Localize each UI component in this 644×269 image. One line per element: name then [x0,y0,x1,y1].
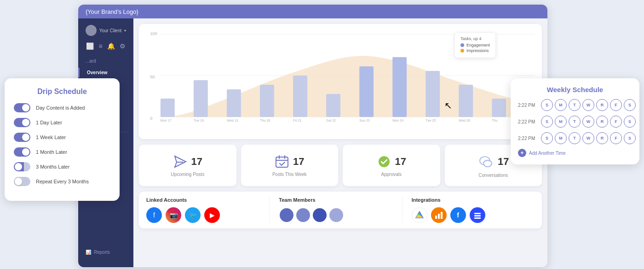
svg-text:0: 0 [150,116,152,121]
day-thu-2[interactable]: R [596,132,608,144]
stat-posts-week: 17 Posts This Week [241,145,339,186]
schedule-row-1: 2:22 PM S M T W R F S [518,116,632,128]
day-tue-0[interactable]: T [569,99,581,111]
day-mon-2[interactable]: M [555,132,567,144]
schedule-time-1: 2:22 PM [518,119,538,124]
svg-point-40 [301,211,307,217]
add-time-icon: + [518,149,526,157]
svg-text:Tue 19: Tue 19 [194,119,204,122]
calendar-icon [275,154,289,169]
main-dashboard: {Your Brand's Logo} Your Client ▾ ⬜ ≡ 🔔 … [78,5,547,267]
chat-icon [477,153,494,170]
svg-rect-10 [293,76,307,117]
team-members-title: Team Members [279,197,392,203]
weekly-schedule-title: Weekly Schedule [518,86,632,94]
twitter-icon[interactable]: 🐦 [185,207,201,223]
svg-rect-50 [435,216,437,219]
stat-icon-num-3: 17 [377,154,406,169]
team-member-3[interactable] [312,207,328,223]
day-sun-2[interactable]: S [541,132,553,144]
weekly-schedule-card: Weekly Schedule 2:22 PM S M T W R F S 2:… [511,78,639,164]
linked-accounts-icons: f 📷 🐦 ▶ [146,207,260,223]
svg-text:Wed 26: Wed 26 [459,119,470,122]
day-pills-0: S M T W R F S [541,99,636,111]
drip-item-1: 1 Day Later [14,118,110,127]
tooltip-engagement: Engagement [460,43,490,47]
conversations-number: 17 [498,156,509,168]
day-mon-1[interactable]: M [555,116,567,128]
posts-week-label: Posts This Week [272,172,307,177]
day-fri-0[interactable]: F [610,99,622,111]
client-avatar [86,25,97,36]
drip-toggle-0[interactable] [14,103,30,112]
buffer-icon[interactable] [470,207,485,223]
drip-schedule-title: Drip Schedule [14,88,110,96]
drip-toggle-4[interactable] [14,162,30,171]
upcoming-posts-label: Upcoming Posts [171,172,204,177]
day-wed-1[interactable]: W [582,116,594,128]
day-tue-1[interactable]: T [569,116,581,128]
svg-rect-12 [359,66,374,117]
svg-rect-55 [474,217,481,219]
facebook-integration-icon[interactable]: f [450,207,466,223]
drip-label-5: Repeat Every 3 Months [36,179,89,184]
instagram-icon[interactable]: 📷 [166,207,181,223]
stat-approvals: 17 Approvals [343,145,440,186]
team-member-1[interactable] [279,207,294,223]
drip-label-3: 1 Month Later [36,149,67,155]
list-icon[interactable]: ≡ [98,42,102,50]
stat-upcoming-posts: 17 Upcoming Posts [139,145,236,186]
monitor-icon[interactable]: ⬜ [86,42,94,50]
drip-label-4: 3 Months Later [36,164,69,170]
team-members-group: Team Members [279,197,402,223]
drip-toggle-1[interactable] [14,118,30,127]
svg-rect-7 [194,80,208,117]
drip-toggle-3[interactable] [14,147,30,157]
linked-accounts-title: Linked Accounts [146,197,260,203]
schedule-row-2: 2:22 PM S M T W R F S [518,132,632,144]
integrations-title: Integrations [412,197,525,203]
drip-item-2: 1 Week Later [14,133,110,142]
day-sat-1[interactable]: S [624,116,636,128]
svg-text:Thu: Thu [492,119,497,122]
day-tue-2[interactable]: T [569,132,581,144]
stat-icon-num-2: 17 [275,154,304,169]
day-sat-2[interactable]: S [624,132,636,144]
brand-bar: {Your Brand's Logo} [78,5,547,18]
google-drive-icon[interactable] [412,207,427,223]
svg-rect-13 [392,57,407,117]
svg-rect-51 [438,214,440,219]
day-fri-1[interactable]: F [610,116,622,128]
settings-icon[interactable]: ⚙ [120,42,126,50]
youtube-icon[interactable]: ▶ [204,207,220,223]
schedule-row-0: 2:22 PM S M T W R F S [518,99,632,111]
team-member-2[interactable] [295,207,311,223]
team-avatars [279,207,392,223]
drip-toggle-2[interactable] [14,133,30,142]
svg-rect-6 [161,99,175,117]
svg-text:Tue 25: Tue 25 [426,119,436,122]
day-thu-1[interactable]: R [596,116,608,128]
drip-toggle-5[interactable] [14,177,30,186]
svg-text:Mon 24: Mon 24 [392,119,403,122]
bell-icon[interactable]: 🔔 [107,42,115,50]
add-another-time-row[interactable]: + Add Another Time [518,149,632,157]
day-sat-0[interactable]: S [624,99,636,111]
day-mon-0[interactable]: M [555,99,567,111]
sidebar-item-reports[interactable]: 📊 Reports [78,246,133,258]
impressions-dot [460,49,464,53]
analytics-icon[interactable] [431,207,447,223]
team-member-4[interactable] [328,207,344,223]
day-sun-0[interactable]: S [541,99,553,111]
sidebar-item-dashboard[interactable]: ...ard [78,55,133,67]
day-fri-2[interactable]: F [610,132,622,144]
facebook-icon[interactable]: f [146,207,162,223]
tooltip-title: Tasks, up 4 [460,36,490,41]
day-thu-0[interactable]: R [596,99,608,111]
sidebar-item-overview[interactable]: Overview [78,68,133,77]
svg-rect-30 [276,157,288,167]
day-sun-1[interactable]: S [541,116,553,128]
day-wed-0[interactable]: W [582,99,594,111]
day-wed-2[interactable]: W [582,132,594,144]
client-selector[interactable]: Your Client ▾ [82,25,130,36]
